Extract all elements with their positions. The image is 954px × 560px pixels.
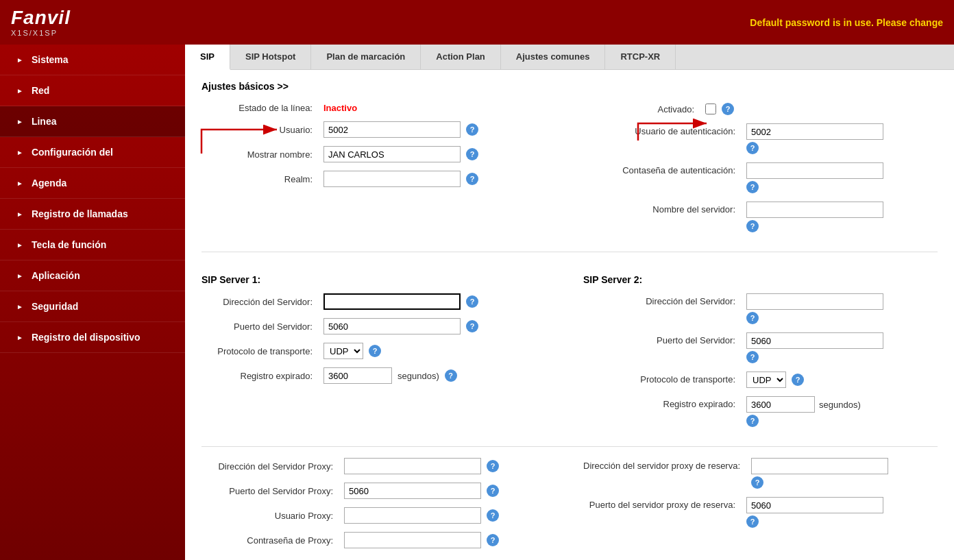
dir-servidor2-label: Dirección del Servidor:	[583, 293, 741, 306]
realm-help-icon[interactable]: ?	[466, 173, 478, 185]
sidebar-item-registro-dispositivo[interactable]: ► Registro del dispositivo	[0, 322, 185, 353]
puerto-servidor1-help-icon[interactable]: ?	[466, 320, 478, 332]
tab-action-plan[interactable]: Action Plan	[421, 45, 501, 69]
puerto-servidor1-input[interactable]	[323, 318, 461, 334]
registro1-input[interactable]	[323, 367, 392, 384]
sidebar-item-agenda[interactable]: ► Agenda	[0, 168, 185, 199]
activado-help-icon[interactable]: ?	[722, 103, 734, 115]
sidebar-item-red[interactable]: ► Red	[0, 75, 185, 106]
registro2-help-icon[interactable]: ?	[746, 415, 759, 427]
dir-servidor2-content: ?	[746, 293, 883, 324]
logo-text: Fanvil	[11, 8, 71, 27]
puerto-proxy-reserva-input[interactable]	[746, 497, 883, 513]
puerto-proxy-input[interactable]	[344, 483, 481, 499]
dir-proxy-reserva-input[interactable]	[751, 458, 888, 474]
dir-servidor1-label: Dirección del Servidor:	[201, 297, 318, 307]
protocolo1-select[interactable]: UDP TCP TLS	[323, 343, 363, 359]
protocolo2-help-icon[interactable]: ?	[792, 374, 804, 386]
tab-rtcp-xr[interactable]: RTCP-XR	[605, 45, 676, 69]
nombre-servidor-content: ?	[746, 202, 883, 232]
puerto-proxy-help-icon[interactable]: ?	[487, 485, 499, 497]
dir-proxy-input[interactable]	[344, 458, 481, 474]
dir-servidor1-help-icon[interactable]: ?	[466, 295, 478, 308]
dir-proxy-reserva-content: ?	[751, 458, 888, 489]
mostrar-input[interactable]	[323, 146, 461, 162]
sidebar-item-configuracion[interactable]: ► Configuración del	[0, 137, 185, 168]
usuario-auth-help-icon[interactable]: ?	[746, 142, 759, 154]
dir-proxy-help-icon[interactable]: ?	[487, 460, 499, 472]
contrasena-proxy-input[interactable]	[344, 532, 481, 548]
sidebar: ► Sistema ► Red ► Linea ► Configuración …	[0, 45, 185, 560]
puerto-servidor2-row: Puerto del Servidor: ?	[583, 332, 938, 363]
sidebar-label-linea: Linea	[32, 116, 57, 127]
arrow-icon: ►	[16, 210, 23, 218]
puerto-servidor2-content: ?	[746, 332, 883, 363]
usuario-auth-input[interactable]	[746, 123, 883, 140]
dir-servidor2-input[interactable]	[746, 293, 883, 310]
usuario-input[interactable]	[323, 121, 461, 138]
sidebar-label-registro-dispositivo: Registro del dispositivo	[32, 332, 140, 343]
tab-sip[interactable]: SIP	[185, 45, 230, 70]
protocolo2-row: Protocolo de transporte: UDP TCP TLS ?	[583, 372, 938, 388]
sidebar-item-seguridad[interactable]: ► Seguridad	[0, 291, 185, 322]
contrasena-auth-label: Contaseña de autenticación:	[583, 162, 741, 175]
header: Fanvil X1S/X1SP Default password is in u…	[0, 0, 954, 45]
puerto-servidor2-help-icon[interactable]: ?	[746, 351, 759, 363]
contrasena-auth-help-icon[interactable]: ?	[746, 181, 759, 193]
contrasena-auth-input[interactable]	[746, 162, 883, 179]
puerto-servidor2-input[interactable]	[746, 332, 883, 349]
contrasena-proxy-row: Contraseña de Proxy: ?	[201, 532, 570, 548]
arrow-icon: ►	[16, 118, 23, 125]
sidebar-label-registro-llamadas: Registro de llamadas	[32, 208, 128, 219]
mostrar-label: Mostrar nombre:	[201, 149, 318, 160]
contrasena-proxy-help-icon[interactable]: ?	[487, 534, 499, 546]
registro2-input[interactable]	[746, 396, 815, 413]
puerto-proxy-reserva-content: ?	[746, 497, 883, 528]
puerto-proxy-reserva-label: Puerto del servidor proxy de reserva:	[583, 497, 741, 510]
sidebar-label-seguridad: Seguridad	[32, 301, 78, 312]
activado-checkbox[interactable]	[705, 104, 716, 114]
registro1-label: Registro expirado:	[201, 371, 318, 381]
protocolo2-select[interactable]: UDP TCP TLS	[746, 372, 786, 388]
dir-servidor1-input[interactable]	[323, 293, 461, 310]
puerto-proxy-reserva-help-icon[interactable]: ?	[746, 515, 759, 528]
form-content: Ajustes básicos >> Estado de la línea: I…	[185, 70, 954, 560]
sidebar-item-aplicacion[interactable]: ► Aplicación	[0, 260, 185, 291]
contrasena-proxy-label: Contraseña de Proxy:	[201, 535, 339, 546]
tabs-bar: SIP SIP Hotspot Plan de marcación Action…	[185, 45, 954, 70]
sidebar-item-sistema[interactable]: ► Sistema	[0, 45, 185, 75]
usuario-proxy-label: Usuario Proxy:	[201, 511, 339, 521]
tab-sip-hotspot[interactable]: SIP Hotspot	[230, 45, 311, 69]
header-warning: Default password is in use. Please chang…	[750, 17, 943, 28]
sidebar-item-tecla-funcion[interactable]: ► Tecla de función	[0, 230, 185, 260]
usuario-help-icon[interactable]: ?	[466, 123, 478, 136]
sip-server2-column: SIP Server 2: Dirección del Servidor: ? …	[570, 263, 938, 435]
arrow-icon: ►	[16, 334, 23, 341]
arrow-icon: ►	[16, 149, 23, 156]
tab-ajustes-comunes[interactable]: Ajustes comunes	[501, 45, 606, 69]
dir-servidor2-help-icon[interactable]: ?	[746, 312, 759, 324]
arrow-icon: ►	[16, 272, 23, 280]
estado-value: Inactivo	[323, 103, 357, 113]
activado-label: Activado:	[583, 104, 700, 114]
nombre-servidor-help-icon[interactable]: ?	[746, 220, 759, 232]
usuario-proxy-input[interactable]	[344, 507, 481, 524]
sidebar-item-linea[interactable]: ► Linea	[0, 106, 185, 137]
arrow-icon: ►	[16, 56, 23, 64]
tab-plan-marcacion[interactable]: Plan de marcación	[311, 45, 421, 69]
protocolo1-help-icon[interactable]: ?	[369, 345, 381, 357]
realm-input[interactable]	[323, 171, 461, 187]
puerto-servidor2-label: Puerto del Servidor:	[583, 332, 741, 345]
section-title: Ajustes básicos >>	[201, 81, 938, 92]
dir-proxy-reserva-help-icon[interactable]: ?	[751, 476, 763, 489]
dir-servidor1-row: Dirección del Servidor: ?	[201, 293, 570, 310]
sidebar-item-registro-llamadas[interactable]: ► Registro de llamadas	[0, 199, 185, 230]
estado-row: Estado de la línea: Inactivo	[201, 103, 570, 113]
usuario-proxy-help-icon[interactable]: ?	[487, 509, 499, 522]
main-layout: ► Sistema ► Red ► Linea ► Configuración …	[0, 45, 954, 560]
dir-servidor2-row: Dirección del Servidor: ?	[583, 293, 938, 324]
registro2-content: segundos) ?	[746, 396, 861, 427]
nombre-servidor-input[interactable]	[746, 202, 883, 218]
mostrar-help-icon[interactable]: ?	[466, 148, 478, 160]
registro1-help-icon[interactable]: ?	[445, 369, 457, 382]
